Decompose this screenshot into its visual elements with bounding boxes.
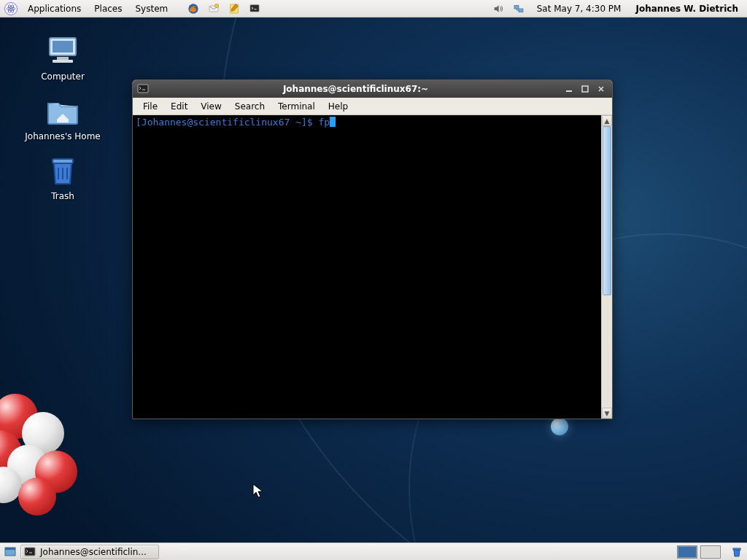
desktop-icon-trash[interactable]: Trash	[19, 153, 107, 201]
window-close-button[interactable]	[595, 83, 608, 95]
workspace-1[interactable]	[677, 545, 697, 559]
user-menu[interactable]: Johannes W. Dietrich	[630, 4, 744, 14]
scroll-up-button[interactable]: ▲	[602, 115, 612, 126]
mail-launcher-icon[interactable]	[206, 1, 222, 17]
network-icon[interactable]	[511, 1, 527, 17]
trash-applet[interactable]	[729, 545, 744, 559]
window-titlebar[interactable]: Johannes@scientificlinux67:~	[133, 80, 612, 98]
clock[interactable]: Sat May 7, 4:30 PM	[530, 4, 629, 14]
terminal-prompt: [Johannes@scientificlinux67 ~]$	[136, 117, 318, 128]
firefox-launcher-icon[interactable]	[185, 1, 201, 17]
menu-edit[interactable]: Edit	[165, 99, 193, 114]
window-minimize-button[interactable]	[562, 83, 576, 95]
svg-rect-17	[566, 90, 572, 92]
bottom-panel: Johannes@scientificlin...	[0, 542, 747, 560]
svg-rect-14	[53, 60, 73, 63]
menu-file[interactable]: File	[137, 99, 163, 114]
scroll-down-button[interactable]: ▼	[602, 408, 612, 419]
window-app-icon	[137, 83, 149, 95]
menu-search-term[interactable]: Search	[229, 99, 271, 114]
svg-rect-8	[250, 4, 259, 11]
terminal-scrollbar[interactable]: ▲ ▼	[601, 115, 612, 419]
terminal-launcher-icon[interactable]	[247, 1, 263, 17]
menu-applications[interactable]: Applications	[22, 1, 87, 16]
menu-places[interactable]: Places	[88, 1, 128, 16]
menu-terminal[interactable]: Terminal	[272, 99, 321, 114]
scroll-track[interactable]	[602, 126, 612, 408]
home-folder-icon	[45, 93, 80, 128]
desktop-icon-label: Computer	[19, 71, 107, 82]
terminal-menubar: File Edit View Search Terminal Help	[133, 98, 612, 115]
svg-rect-18	[582, 86, 588, 92]
window-maximize-button[interactable]	[578, 83, 592, 95]
terminal-window: Johannes@scientificlinux67:~ File Edit V…	[132, 79, 613, 419]
svg-rect-16	[138, 85, 148, 93]
desktop-icon-computer[interactable]: Computer	[19, 34, 107, 82]
desktop-icon-label: Trash	[19, 191, 107, 201]
svg-rect-15	[53, 159, 73, 163]
desktop-icon-label: Johannes's Home	[19, 131, 107, 141]
top-panel: Applications Places System Sat May 7, 4:…	[0, 0, 747, 18]
svg-point-6	[215, 4, 219, 7]
trash-icon	[45, 153, 80, 188]
svg-rect-20	[5, 548, 15, 550]
desktop-icon-home[interactable]: Johannes's Home	[19, 93, 107, 141]
svg-point-3	[10, 7, 12, 9]
terminal-content[interactable]: [Johannes@scientificlinux67 ~]$ fp	[133, 115, 601, 419]
distro-logo-icon[interactable]	[4, 2, 18, 15]
volume-icon[interactable]	[490, 1, 506, 17]
workspace-2[interactable]	[700, 545, 721, 559]
terminal-icon	[24, 546, 36, 558]
notes-launcher-icon[interactable]	[226, 1, 242, 17]
window-title: Johannes@scientificlinux67:~	[153, 84, 558, 94]
computer-icon	[45, 34, 80, 69]
menu-system[interactable]: System	[129, 1, 174, 16]
svg-rect-21	[25, 548, 35, 556]
workspace-switcher	[677, 545, 724, 559]
scroll-thumb[interactable]	[603, 126, 611, 295]
svg-rect-22	[733, 548, 740, 550]
taskbar-item-terminal[interactable]: Johannes@scientificlin...	[20, 545, 159, 559]
svg-rect-9	[514, 5, 519, 9]
terminal-cursor	[330, 117, 336, 127]
svg-rect-10	[519, 9, 523, 12]
svg-rect-12	[53, 41, 73, 52]
taskbar-item-label: Johannes@scientificlin...	[40, 547, 147, 557]
terminal-command: fp	[318, 117, 330, 128]
menu-help[interactable]: Help	[322, 99, 354, 114]
svg-rect-13	[57, 57, 69, 60]
menu-view[interactable]: View	[195, 99, 227, 114]
show-desktop-button[interactable]	[3, 545, 18, 559]
